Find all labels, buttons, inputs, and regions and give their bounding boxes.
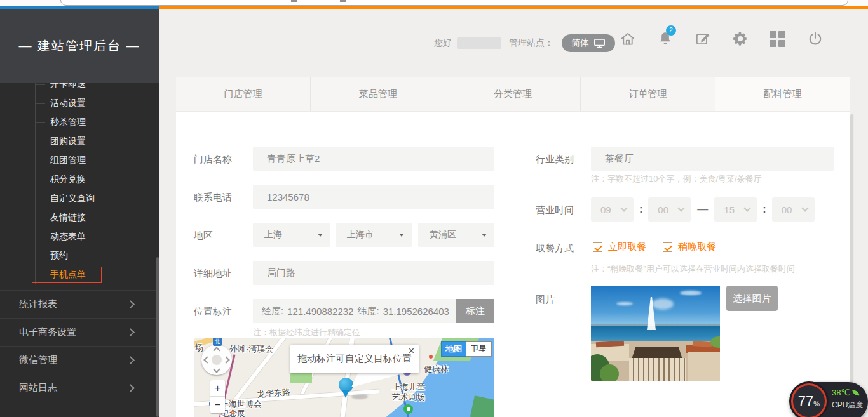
apps-grid-icon[interactable] — [770, 30, 786, 47]
lng-label: 经度: — [262, 305, 283, 317]
notifications-bell-icon[interactable]: 2 — [657, 30, 674, 47]
sidebar-section-ecommerce[interactable]: 电子商务设置 — [0, 318, 159, 346]
address-input[interactable]: 局门路 — [253, 261, 494, 285]
zoom-in-button[interactable]: + — [210, 380, 225, 396]
sidebar-item[interactable]: 预约 — [0, 246, 159, 265]
pickup-later-label[interactable]: 稍晚取餐 — [678, 241, 716, 253]
sidebar-item[interactable]: 活动设置 — [0, 94, 159, 113]
tree-tick — [35, 161, 45, 161]
tree-tick — [35, 199, 45, 199]
cpu-temp-block: 38℃ CPU温度 — [832, 388, 863, 411]
language-site-button[interactable]: 简体 — [562, 34, 615, 52]
sidebar-item-label[interactable]: 组团管理 — [50, 155, 86, 166]
location-pin-marker[interactable] — [339, 378, 354, 399]
sidebar-item-label[interactable]: 秒杀管理 — [50, 117, 86, 128]
sidebar-item[interactable]: 组团管理 — [0, 151, 159, 170]
sidebar-item[interactable]: 团购设置 — [0, 132, 159, 151]
topbar-orange-accent — [159, 6, 868, 9]
start-hour-select[interactable]: 09 — [591, 197, 634, 222]
module-tab-bar: 门店管理 菜品管理 分类管理 订单管理 配料管理 — [176, 77, 850, 112]
pan-down-arrow-icon[interactable] — [213, 366, 220, 373]
map-view-button[interactable]: 地图 — [441, 341, 466, 357]
choose-image-button[interactable]: 选择图片 — [726, 286, 778, 311]
end-hour-select[interactable]: 15 — [714, 197, 757, 222]
chevron-down-icon — [801, 204, 808, 211]
image-label: 图片 — [536, 294, 555, 306]
tab-ingredient-management[interactable]: 配料管理 — [715, 77, 850, 111]
time-colon: : — [763, 204, 766, 215]
pan-center[interactable] — [212, 355, 222, 365]
sidebar-section-reports[interactable]: 统计报表 — [0, 290, 159, 318]
pan-up-arrow-icon[interactable] — [213, 347, 220, 354]
industry-input[interactable]: 茶餐厅 — [591, 147, 834, 171]
tooltip-close-icon[interactable]: × — [409, 345, 414, 357]
map-type-toggle: 地图 卫星 — [441, 341, 492, 357]
coordinates-input[interactable]: 经度: 121.490882232 纬度: 31.1952626403 — [253, 299, 456, 323]
cpu-monitor-widget[interactable]: 77 % 38℃ CPU温度 — [790, 382, 868, 417]
pickup-now-checkbox[interactable] — [593, 242, 602, 252]
section-label: 网站日志 — [19, 382, 128, 394]
section-label: 微信管理 — [19, 354, 128, 366]
sidebar-item[interactable]: 自定义查询 — [0, 189, 159, 208]
leaf-icon — [852, 389, 860, 397]
tab-dish-management[interactable]: 菜品管理 — [311, 77, 445, 111]
scrollbar-thumb[interactable] — [850, 114, 853, 406]
building — [688, 352, 720, 381]
sidebar-item-label[interactable]: 预约 — [50, 250, 68, 261]
start-minute-select[interactable]: 00 — [648, 197, 691, 222]
industry-label: 行业类别 — [536, 154, 574, 166]
baidu-map[interactable]: 场 外滩·湾璞会 龙华东路 上海世博会 纪念展 上海儿童 艺术剧场 健康林 北 — [194, 338, 494, 417]
map-zoom-control[interactable]: + − — [210, 380, 225, 413]
start-minute-value: 00 — [658, 204, 668, 215]
tab-store-management[interactable]: 门店管理 — [176, 77, 311, 111]
business-hours-field: 09 : 00 — 15 : 00 — [591, 197, 815, 222]
sidebar-section-wechat[interactable]: 微信管理 — [0, 346, 159, 374]
sidebar-item-label[interactable]: 自定义查询 — [50, 193, 95, 204]
district-value: 黄浦区 — [430, 229, 456, 241]
sidebar-item[interactable]: 秒杀管理 — [0, 113, 159, 132]
settings-gear-icon[interactable] — [732, 30, 749, 47]
province-select[interactable]: 上海 — [253, 223, 330, 247]
address-label: 详细地址 — [194, 268, 232, 280]
store-name-input[interactable]: 青青原上草2 — [253, 147, 494, 171]
sidebar-item-label[interactable]: 团购设置 — [50, 136, 86, 147]
tab-category-management[interactable]: 分类管理 — [445, 77, 580, 111]
district-select[interactable]: 黄浦区 — [418, 223, 494, 247]
sidebar-scrollbar[interactable] — [156, 257, 159, 417]
home-icon[interactable] — [620, 30, 636, 47]
edit-compose-icon[interactable] — [695, 30, 711, 47]
satellite-view-button[interactable]: 卫星 — [466, 341, 492, 357]
zoom-out-button[interactable]: − — [210, 396, 225, 413]
pan-left-arrow-icon[interactable] — [203, 356, 210, 363]
mark-location-button[interactable]: 标注 — [456, 299, 494, 323]
pickup-now-label[interactable]: 立即取餐 — [608, 241, 646, 253]
browser-icon-partial — [340, 0, 346, 2]
section-label: 统计报表 — [19, 298, 128, 310]
sidebar-section-logs[interactable]: 网站日志 — [0, 374, 159, 402]
sidebar-item[interactable]: 动态表单 — [0, 227, 159, 246]
sidebar: 开卡即送 活动设置 秒杀管理 团购设置 组团管理 积分兑换 自定义查询 友情链接… — [0, 9, 159, 417]
power-logout-icon[interactable] — [807, 30, 824, 47]
username-redacted — [457, 37, 501, 49]
map-pan-control[interactable] — [201, 345, 232, 375]
phone-input[interactable]: 12345678 — [253, 185, 494, 209]
pan-right-arrow-icon[interactable] — [222, 356, 229, 363]
city-select[interactable]: 上海市 — [336, 223, 412, 247]
hours-label: 营业时间 — [536, 204, 574, 216]
pickup-later-checkbox[interactable] — [663, 242, 672, 252]
dropdown-arrow-icon — [482, 234, 487, 237]
tab-order-management[interactable]: 订单管理 — [581, 77, 715, 111]
cloud — [680, 291, 702, 295]
sidebar-item-label[interactable]: 积分兑换 — [50, 174, 86, 185]
sidebar-item-label[interactable]: 友情链接 — [50, 212, 86, 223]
sidebar-item-label[interactable]: 动态表单 — [50, 231, 86, 242]
tree-tick — [35, 122, 45, 123]
sidebar-item-label[interactable]: 活动设置 — [50, 98, 86, 109]
address-bar-partial[interactable] — [60, 0, 848, 6]
sidebar-item[interactable]: 友情链接 — [0, 208, 159, 227]
tree-tick — [35, 180, 45, 180]
end-minute-select[interactable]: 00 — [772, 197, 815, 222]
monitor-icon — [593, 38, 606, 49]
sidebar-item[interactable]: 积分兑换 — [0, 170, 159, 189]
content-scrollbar[interactable] — [850, 114, 854, 417]
